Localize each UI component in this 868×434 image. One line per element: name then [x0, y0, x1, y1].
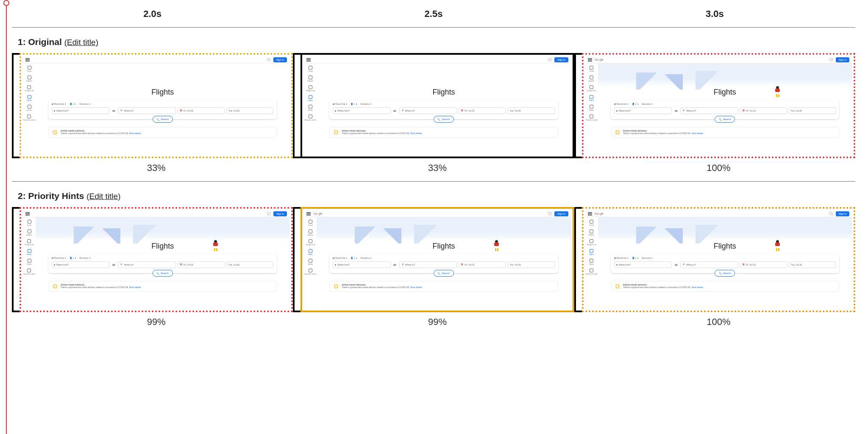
sidebar-item: Things to do — [587, 239, 596, 246]
sidebar-icon — [27, 239, 31, 243]
to-field: 📍 Where to? — [680, 107, 738, 114]
sign-in-button: Sign in — [273, 211, 287, 216]
thumb-topbar: Sign in — [23, 56, 289, 63]
frame-leading-edge — [574, 207, 582, 312]
sidebar-item: Vacation rentals — [23, 115, 35, 121]
visual-progress-percent: 99% — [147, 316, 166, 328]
sidebar-icon — [309, 115, 312, 118]
trip-type-chip: ⇄ Round trip ▾ — [333, 103, 347, 105]
to-field: 📍 Where to? — [118, 107, 175, 114]
sidebar-icon — [590, 230, 593, 233]
edit-title-link[interactable]: (Edit title) — [64, 38, 98, 47]
menu-icon — [588, 58, 592, 62]
sidebar-item: Travel — [27, 220, 32, 226]
sidebar-icon — [590, 95, 593, 99]
swap-icon: ⇄ — [673, 107, 679, 114]
sidebar-item: Things to do — [306, 239, 315, 246]
search-button: 🔍 Search — [715, 116, 735, 123]
advisory-icon — [333, 283, 339, 289]
sidebar-item: Explore — [308, 76, 314, 82]
sidebar-icon — [309, 249, 312, 253]
search-button: 🔍 Search — [434, 270, 454, 277]
sidebar-item: Explore — [589, 230, 595, 236]
thumb-topbar: Google Sign in — [304, 210, 570, 217]
advisory-icon — [615, 283, 620, 289]
frame-thumbnail[interactable]: Google Sign in TravelExploreThings to do… — [300, 207, 574, 312]
variant-name: Priority Hints — [28, 191, 84, 201]
to-field: 📍 Where to? — [680, 261, 738, 268]
frame-thumbnail[interactable]: Google Sign in TravelExploreThings to do… — [582, 207, 855, 312]
sidebar-icon — [28, 249, 31, 253]
from-field: Where from? — [52, 261, 109, 268]
sidebar-icon — [590, 249, 593, 253]
sidebar-item: Flights — [308, 95, 313, 101]
frame-thumbnail[interactable]: Google Sign in TravelExploreThings to do… — [582, 53, 855, 158]
menu-icon — [306, 58, 311, 62]
sign-in-button: Sign in — [554, 57, 568, 62]
google-logo: Google — [595, 212, 604, 215]
swap-icon: ⇄ — [111, 107, 116, 114]
sidebar-icon — [590, 239, 593, 243]
search-card: ⇄ Round trip ▾ 👤 1 ▾ Economy ▾ Where fro… — [48, 100, 277, 119]
sidebar-item: Vacation rentals — [585, 115, 597, 121]
sidebar-item: Explore — [26, 230, 32, 236]
apps-grid-icon — [829, 58, 833, 62]
frame-thumbnail[interactable]: Sign in TravelExploreThings to doFlights… — [300, 53, 574, 158]
advisory-icon — [615, 129, 620, 135]
sidebar-icon — [28, 220, 31, 224]
sidebar-item: Travel — [589, 66, 594, 72]
thumb-sidebar: TravelExploreThings to doFlightsHotelsVa… — [304, 217, 317, 309]
from-field: Where from? — [614, 107, 672, 114]
frame-leading-edge — [293, 207, 300, 312]
edit-title-link[interactable]: (Edit title) — [86, 192, 120, 201]
search-card: ⇄ Round trip ▾ 👤 1 ▾ Economy ▾ Where fro… — [611, 254, 839, 273]
passengers-chip: 👤 1 ▾ — [70, 103, 76, 105]
variant-name: Original — [28, 37, 62, 47]
from-field: Where from? — [52, 107, 109, 114]
sidebar-item: Flights — [589, 95, 594, 101]
advisory-banner: Active travel advisory There's a governm… — [611, 127, 839, 138]
frame-column: Sign in TravelExploreThings to doFlights… — [19, 207, 293, 328]
sidebar-icon — [309, 85, 312, 89]
thumb-topbar: Google Sign in — [585, 210, 852, 217]
sidebar-item: Vacation rentals — [23, 269, 35, 275]
sidebar-item: Hotels — [308, 105, 313, 111]
time-label-3: 3.0s — [574, 8, 855, 20]
frame-leading-edge — [12, 207, 19, 312]
frame-thumbnail[interactable]: Sign in TravelExploreThings to doFlights… — [19, 53, 293, 158]
thumb-sidebar: TravelExploreThings to doFlightsHotelsVa… — [585, 63, 598, 155]
sidebar-item: Travel — [589, 220, 594, 226]
sidebar-icon — [28, 259, 31, 263]
sidebar-icon — [590, 115, 593, 118]
search-button: 🔍 Search — [153, 116, 173, 123]
sidebar-item: Vacation rentals — [304, 269, 316, 275]
date-from-field: 📅 Fri, Oct 22 — [740, 107, 787, 114]
cabin-chip: Economy ▾ — [361, 257, 372, 259]
apps-grid-icon — [267, 58, 271, 62]
date-to-field: Tue, Oct 26 — [507, 107, 554, 114]
trip-type-chip: ⇄ Round trip ▾ — [52, 257, 66, 259]
variant-title: 1: Original (Edit title) — [12, 28, 855, 53]
date-to-field: Tue, Oct 26 — [789, 107, 836, 114]
sidebar-item: Flights — [589, 249, 594, 255]
sidebar-icon — [590, 269, 593, 272]
sidebar-icon — [590, 105, 593, 109]
sidebar-icon — [309, 95, 312, 99]
passengers-chip: 👤 1 ▾ — [632, 257, 639, 259]
sidebar-item: Travel — [308, 220, 313, 226]
sidebar-item: Hotels — [308, 259, 313, 265]
date-to-field: Tue, Oct 26 — [789, 261, 836, 268]
sidebar-icon — [27, 85, 31, 89]
from-field: Where from? — [333, 261, 390, 268]
frame-column: Google Sign in TravelExploreThings to do… — [300, 207, 574, 328]
frame-column: Google Sign in TravelExploreThings to do… — [582, 207, 855, 328]
advisory-link: More details — [692, 132, 703, 134]
advisory-banner: Active travel advisory There's a governm… — [329, 127, 558, 138]
visual-progress-percent: 33% — [147, 162, 166, 174]
trip-type-chip: ⇄ Round trip ▾ — [52, 103, 66, 105]
sidebar-icon — [27, 115, 31, 118]
thumb-sidebar: TravelExploreThings to doFlightsHotelsVa… — [23, 63, 36, 155]
screenshot-thumb: Sign in TravelExploreThings to doFlights… — [23, 210, 289, 309]
frame-thumbnail[interactable]: Sign in TravelExploreThings to doFlights… — [19, 207, 293, 312]
thumb-sidebar: TravelExploreThings to doFlightsHotelsVa… — [304, 63, 317, 155]
